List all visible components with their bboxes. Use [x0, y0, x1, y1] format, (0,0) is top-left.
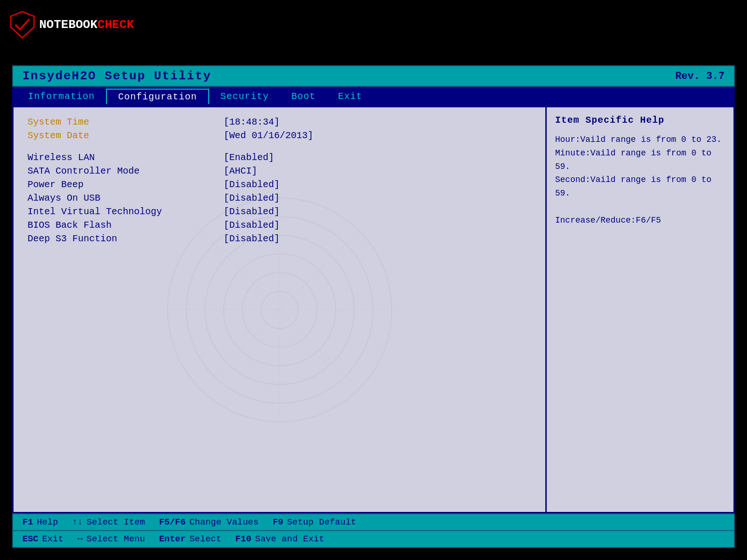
status-f9-key: F9 — [273, 517, 283, 527]
always-on-usb-label: Always On USB — [28, 193, 224, 203]
svg-point-6 — [261, 291, 298, 329]
power-beep-value: [Disabled] — [224, 179, 280, 190]
svg-point-5 — [242, 273, 317, 347]
menu-item-security[interactable]: Security — [209, 89, 280, 104]
menu-bar: Information Configuration Security Boot … — [12, 87, 735, 106]
svg-line-9 — [200, 231, 359, 389]
system-time-value: [18:48:34] — [224, 117, 280, 127]
svg-point-2 — [186, 217, 373, 403]
bios-revision: Rev. 3.7 — [675, 70, 725, 82]
svg-point-1 — [168, 198, 392, 422]
status-f5f6-desc: Change Values — [190, 517, 259, 527]
status-esc: ESC Exit — [22, 534, 63, 544]
help-title: Item Specific Help — [555, 115, 725, 126]
status-enter-desc: Select — [190, 534, 221, 544]
wireless-lan-value: [Enabled] — [224, 152, 274, 163]
status-bar: F1 Help ↑↓ Select Item F5/F6 Change Valu… — [12, 513, 735, 531]
status-f5f6-key: F5/F6 — [159, 517, 186, 527]
status-esc-desc: Exit — [42, 534, 63, 544]
content-area: System Time [18:48:34] System Date [Wed … — [12, 106, 735, 513]
sata-controller-value: [AHCI] — [224, 166, 257, 176]
intel-vt-value: [Disabled] — [224, 206, 280, 217]
svg-marker-0 — [11, 12, 34, 38]
status-lr: ↔ Select Menu — [78, 534, 145, 544]
config-row-power-beep: Power Beep [Disabled] — [28, 179, 531, 190]
config-row-wireless-lan: Wireless LAN [Enabled] — [28, 152, 531, 163]
system-date-value: [Wed 01/16/2013] — [224, 130, 313, 141]
status-ud: ↑↓ Select Item — [72, 517, 145, 527]
power-beep-label: Power Beep — [28, 179, 224, 190]
status-f9: F9 Setup Default — [273, 517, 356, 527]
status-lr-desc: Select Menu — [86, 534, 145, 544]
config-row-intel-vt: Intel Virtual Technology [Disabled] — [28, 206, 531, 217]
status-f1: F1 Help — [22, 517, 58, 527]
main-panel: System Time [18:48:34] System Date [Wed … — [14, 107, 547, 512]
status-f1-key: F1 — [22, 517, 33, 527]
status-f10: F10 Save and Exit — [235, 534, 324, 544]
bios-container: InsydeH2O Setup Utility Rev. 3.7 Informa… — [12, 65, 735, 548]
svg-point-4 — [224, 254, 336, 366]
status-ud-key: ↑↓ — [72, 517, 83, 527]
status-bar-2: ESC Exit ↔ Select Menu Enter Select F10 … — [12, 531, 735, 548]
config-row-sata-controller: SATA Controller Mode [AHCI] — [28, 166, 531, 176]
config-row-bios-back-flash: BIOS Back Flash [Disabled] — [28, 220, 531, 231]
svg-point-3 — [205, 235, 354, 385]
status-f1-desc: Help — [37, 517, 58, 527]
config-row-system-date: System Date [Wed 01/16/2013] — [28, 130, 531, 141]
menu-item-exit[interactable]: Exit — [327, 89, 374, 104]
bios-back-flash-value: [Disabled] — [224, 220, 280, 231]
config-row-always-on-usb: Always On USB [Disabled] — [28, 193, 531, 203]
status-f10-key: F10 — [235, 534, 251, 544]
logo-check: CHECK — [98, 18, 134, 32]
help-panel: Item Specific Help Hour:Vaild range is f… — [547, 107, 733, 512]
logo-icon — [8, 11, 36, 39]
config-row-deep-s3: Deep S3 Function [Disabled] — [28, 233, 531, 244]
logo: NOTEBOOKCHECK — [8, 8, 139, 41]
help-text: Hour:Vaild range is from 0 to 23.Minute:… — [555, 133, 725, 227]
svg-line-10 — [200, 231, 359, 389]
menu-item-boot[interactable]: Boot — [280, 89, 327, 104]
wireless-lan-label: Wireless LAN — [28, 152, 224, 163]
status-ud-desc: Select Item — [86, 517, 145, 527]
bios-back-flash-label: BIOS Back Flash — [28, 220, 224, 231]
logo-notebook: NOTEBOOK — [39, 18, 98, 32]
status-enter-key: Enter — [159, 534, 186, 544]
config-row-system-time: System Time [18:48:34] — [28, 117, 531, 127]
deep-s3-label: Deep S3 Function — [28, 233, 224, 244]
system-date-label: System Date — [28, 130, 224, 141]
menu-item-configuration[interactable]: Configuration — [106, 89, 209, 104]
system-time-label: System Time — [28, 117, 224, 127]
menu-item-information[interactable]: Information — [17, 89, 106, 104]
status-esc-key: ESC — [22, 534, 38, 544]
status-f10-desc: Save and Exit — [255, 534, 324, 544]
status-lr-key: ↔ — [78, 534, 83, 544]
logo-text: NOTEBOOKCHECK — [39, 18, 134, 32]
always-on-usb-value: [Disabled] — [224, 193, 280, 203]
status-f5f6: F5/F6 Change Values — [159, 517, 259, 527]
status-f9-desc: Setup Default — [287, 517, 356, 527]
bios-title: InsydeH2O Setup Utility — [22, 69, 211, 83]
intel-vt-label: Intel Virtual Technology — [28, 206, 224, 217]
title-bar: InsydeH2O Setup Utility Rev. 3.7 — [12, 65, 735, 87]
status-enter: Enter Select — [159, 534, 221, 544]
deep-s3-value: [Disabled] — [224, 233, 280, 244]
sata-controller-label: SATA Controller Mode — [28, 166, 224, 176]
